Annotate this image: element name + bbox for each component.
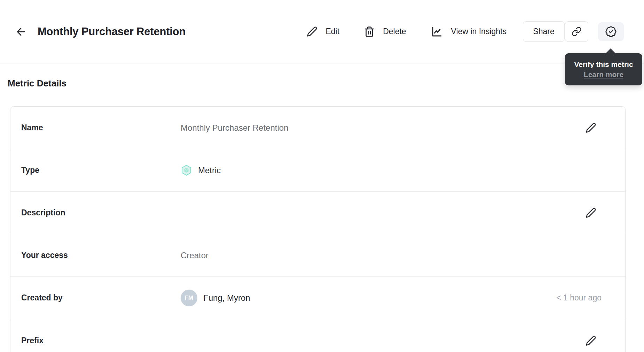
- verify-metric-button[interactable]: [598, 22, 624, 41]
- header: Monthly Purchaser Retention Edit Delete …: [0, 0, 644, 63]
- copy-link-button[interactable]: [565, 21, 588, 42]
- hexagon-metric-icon: [181, 164, 192, 176]
- metric-details-page: { "header": { "title": "Monthly Purchase…: [0, 0, 644, 352]
- metric-details-card: Name Monthly Purchaser Retention Type Me…: [10, 106, 626, 352]
- link-icon: [572, 26, 582, 37]
- row-name-label: Name: [21, 123, 181, 132]
- edit-prefix-button[interactable]: [585, 335, 597, 346]
- pencil-icon: [586, 122, 596, 133]
- badge-check-icon: [605, 26, 617, 38]
- row-type: Type Metric: [10, 149, 625, 192]
- row-created-by: Created by FM Fung, Myron < 1 hour ago: [10, 277, 625, 319]
- row-your-access-label: Your access: [21, 251, 181, 260]
- share-button-label: Share: [533, 27, 554, 36]
- verify-tooltip-learn-more-link[interactable]: Learn more: [584, 70, 623, 79]
- back-button[interactable]: [15, 25, 27, 38]
- row-prefix-label: Prefix: [21, 336, 181, 345]
- view-in-insights-button[interactable]: View in Insights: [431, 25, 506, 38]
- header-actions: Edit Delete View in Insights Share: [307, 21, 624, 42]
- edit-button[interactable]: Edit: [307, 26, 339, 37]
- edit-description-button[interactable]: [585, 207, 597, 219]
- row-your-access-value: Creator: [181, 251, 602, 260]
- row-description: Description: [10, 192, 625, 234]
- row-type-value: Metric: [181, 164, 602, 176]
- pencil-icon: [307, 26, 317, 37]
- row-created-by-label: Created by: [21, 293, 181, 303]
- delete-button-label: Delete: [383, 27, 406, 36]
- verify-tooltip-title: Verify this metric: [574, 60, 633, 69]
- pencil-icon: [586, 335, 596, 346]
- arrow-left-icon: [15, 26, 27, 38]
- page-title: Monthly Purchaser Retention: [38, 25, 186, 38]
- view-in-insights-label: View in Insights: [451, 27, 506, 36]
- edit-name-button[interactable]: [585, 122, 597, 134]
- row-created-by-value: FM Fung, Myron: [181, 290, 556, 306]
- row-type-value-text: Metric: [198, 166, 221, 175]
- edit-button-label: Edit: [325, 27, 339, 36]
- section-heading: Metric Details: [8, 78, 66, 89]
- row-your-access: Your access Creator: [10, 234, 625, 277]
- pencil-icon: [586, 207, 596, 218]
- row-description-label: Description: [21, 208, 181, 217]
- trash-icon: [364, 26, 375, 37]
- delete-button[interactable]: Delete: [364, 26, 406, 37]
- verify-tooltip: Verify this metric Learn more: [565, 53, 642, 85]
- created-by-name: Fung, Myron: [203, 293, 250, 303]
- line-chart-icon: [431, 25, 443, 38]
- row-name-value: Monthly Purchaser Retention: [181, 123, 585, 133]
- share-button[interactable]: Share: [523, 21, 565, 42]
- row-type-label: Type: [21, 166, 181, 175]
- avatar: FM: [181, 290, 197, 306]
- row-name: Name Monthly Purchaser Retention: [10, 107, 625, 149]
- row-prefix: Prefix: [10, 319, 625, 352]
- created-timestamp: < 1 hour ago: [556, 293, 602, 303]
